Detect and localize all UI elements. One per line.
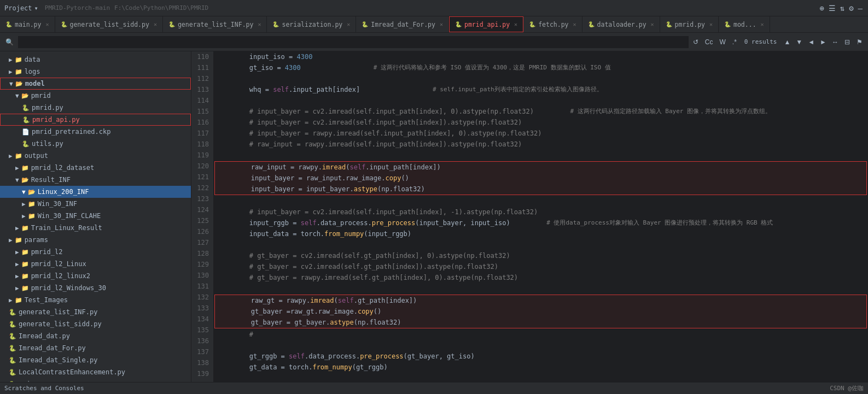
tab-dataloader[interactable]: 🐍 dataloader.py ✕ [582,16,660,32]
project-dropdown-icon[interactable]: ▾ [34,4,38,12]
folder-open-icon: 📂 [21,177,29,184]
sidebar-item-imread-dat[interactable]: 🐍 Imread_dat.py [0,330,191,342]
nav-next-btn[interactable]: ► [818,37,828,47]
sidebar-item-gen-list-sidd[interactable]: 🐍 generate_list_sidd.py [0,318,191,330]
project-label[interactable]: Project ▾ [0,4,43,12]
line-num-122: 122 [194,183,209,193]
match-case-btn2[interactable]: ↔ [830,37,840,47]
settings-icon[interactable]: ⚙ [849,4,853,13]
sidebar-item-pmrid-api-py[interactable]: 🐍 pmrid_api.py [0,114,191,126]
tab-close-fetch[interactable]: ✕ [573,21,576,27]
sidebar-item-utils-py[interactable]: 🐍 utils.py [0,138,191,150]
sidebar-item-pmrid-l2-folder[interactable]: ▶ 📁 pmrid_l2 [0,246,191,258]
code-line-124: # input_bayer = cv2.imread(self.input_pa… [213,207,868,217]
sidebar-item-result-inf[interactable]: ▼ 📂 Result_INF [0,174,191,186]
folder-open-icon: 📂 [21,92,29,99]
whole-word-btn[interactable]: W [717,37,727,47]
tab-main[interactable]: 🐍 main.py ✕ [0,16,55,32]
line-num-130: 130 [194,270,209,281]
code-line-138: gt_data = torch.from_numpy(gt_rggb) [213,362,868,373]
tab-close-dataloader[interactable]: ✕ [651,21,654,27]
line-num-113: 113 [194,84,209,95]
code-line-125: input_rggb = self.data_process.pre_proce… [213,217,868,228]
sidebar-item-train-linux[interactable]: ▶ 📁 Train_Linux_Result [0,222,191,234]
tab-pmrid[interactable]: 🐍 pmrid.py ✕ [660,16,719,32]
sidebar-item-imread-single[interactable]: 🐍 Imread_dat_Single.py [0,354,191,366]
file-icon: 🐍 [9,333,16,340]
sidebar-item-linux-200-inf[interactable]: ▼ 📂 Linux_200_INF [0,186,191,198]
sidebar-item-params[interactable]: ▶ 📁 params [0,234,191,246]
tab-close-main[interactable]: ✕ [45,21,49,27]
line-num-117: 117 [194,128,209,139]
line-num-139: 139 [194,368,209,379]
tab-icon-pmrid-api: 🐍 [455,21,462,27]
sidebar-item-pmrid-py[interactable]: 🐍 pmrid.py [0,102,191,114]
sidebar-item-main-py[interactable]: 🐍 main.py [0,378,191,382]
tab-pmrid-api[interactable]: 🐍 pmrid_api.py ✕ [449,16,523,32]
tab-close-pmrid[interactable]: ✕ [709,21,713,27]
sidebar-item-pmrid-l2-linux2[interactable]: ▶ 📁 pmrid_l2_linux2 [0,270,191,282]
tab-icon-mod: 🐍 [724,21,731,27]
tab-close-pmrid-api[interactable]: ✕ [514,21,517,27]
collapse-icon[interactable]: ⇅ [840,4,844,13]
next-result-btn[interactable]: ▼ [794,37,804,47]
filter-btn[interactable]: ⊟ [842,37,852,47]
code-line-129: # gt_bayer = cv2.imread(self.gt_path[ind… [213,261,868,272]
folder-icon: 📁 [28,201,36,208]
tab-gen-inf[interactable]: 🐍 generate_list_INF.py ✕ [163,16,267,32]
search-icon-button[interactable]: 🔍 [3,37,16,47]
code-content[interactable]: 110 111 112 113 114 115 116 117 118 119 … [191,51,868,382]
sidebar-item-pmrid-l2-win30[interactable]: ▶ 📁 pmrid_l2_Windows_30 [0,282,191,294]
replace-icon[interactable]: ↺ [691,37,701,47]
sidebar-item-imread-dat-for[interactable]: 🐍 Imread_dat_For.py [0,342,191,354]
sidebar-item-logs[interactable]: ▶ 📁 logs [0,66,191,78]
code-line-132: raw_gt = rawpy.imread(self.gt_path[index… [215,295,866,306]
sidebar-item-win-30-clahe[interactable]: ▶ 📁 Win_30_INF_CLAHE [0,210,191,222]
tab-label-mod: mod... [733,21,756,28]
list-icon[interactable]: ☰ [829,4,836,13]
prev-result-btn[interactable]: ▲ [782,37,792,47]
sidebar-label-win-30-inf: Win_30_INF [38,200,77,208]
line-num-127: 127 [194,237,209,248]
tab-close-gen-inf[interactable]: ✕ [258,21,261,27]
line-num-111: 111 [194,62,209,73]
sidebar-item-pmrid-l2[interactable]: ▶ 📁 pmrid_l2_dataset [0,162,191,174]
sidebar-item-pmrid[interactable]: ▼ 📂 pmrid [0,90,191,102]
line-num-132: 132 [194,292,209,303]
sidebar-item-pretrained-ckp[interactable]: 📄 pmrid_pretrained.ckp [0,126,191,138]
tab-mod[interactable]: 🐍 mod... ✕ [719,16,770,32]
sidebar-item-model[interactable]: ▼ 📂 model [0,78,191,90]
extra-filter-btn[interactable]: ⚑ [854,37,865,47]
code-line-131 [213,283,868,294]
tab-close-imread-for[interactable]: ✕ [440,21,443,27]
arrow-icon: ▶ [9,297,13,304]
tab-gen-sidd[interactable]: 🐍 generate_list_sidd.py ✕ [55,16,163,32]
search-input[interactable] [18,36,689,48]
minimize-icon[interactable]: — [858,4,863,13]
tab-imread-for[interactable]: 🐍 Imread_dat_For.py ✕ [356,16,449,32]
sidebar-item-gen-list-inf[interactable]: 🐍 generate_list_INF.py [0,306,191,318]
arrow-icon: ▶ [15,261,19,268]
sidebar-item-win-30-inf[interactable]: ▶ 📁 Win_30_INF [0,198,191,210]
line-num-119: 119 [194,150,209,161]
sidebar-item-pmrid-l2-linux[interactable]: ▶ 📁 pmrid_l2_Linux [0,258,191,270]
sidebar-item-test-images[interactable]: ▶ 📁 Test_Images [0,294,191,306]
tab-close-serial[interactable]: ✕ [347,21,350,27]
scratches-consoles-label[interactable]: Scratches and Consoles [4,385,84,392]
match-case-btn[interactable]: Cc [703,37,715,47]
arrow-open-icon: ▼ [15,92,19,99]
tab-close-mod[interactable]: ✕ [761,21,764,27]
sidebar-item-output[interactable]: ▶ 📁 output [0,150,191,162]
tab-fetch[interactable]: 🐍 fetch.py ✕ [523,16,582,32]
nav-prev-btn[interactable]: ◄ [806,37,816,47]
tab-close-gen-sidd[interactable]: ✕ [154,21,157,27]
regex-btn[interactable]: .* [730,37,739,47]
code-line-114 [213,95,868,106]
highlight-block-1: raw_input = rawpy.imread(self.input_path… [214,161,867,195]
code-line-112 [213,73,868,84]
tab-serial[interactable]: 🐍 serialization.py ✕ [267,16,356,32]
tab-icon-pmrid: 🐍 [666,21,672,27]
sidebar-item-data[interactable]: ▶ 📁 data [0,54,191,66]
sidebar-item-local-contrast[interactable]: 🐍 LocalContrastEnhancement.py [0,366,191,378]
add-icon[interactable]: ⊕ [819,4,824,13]
